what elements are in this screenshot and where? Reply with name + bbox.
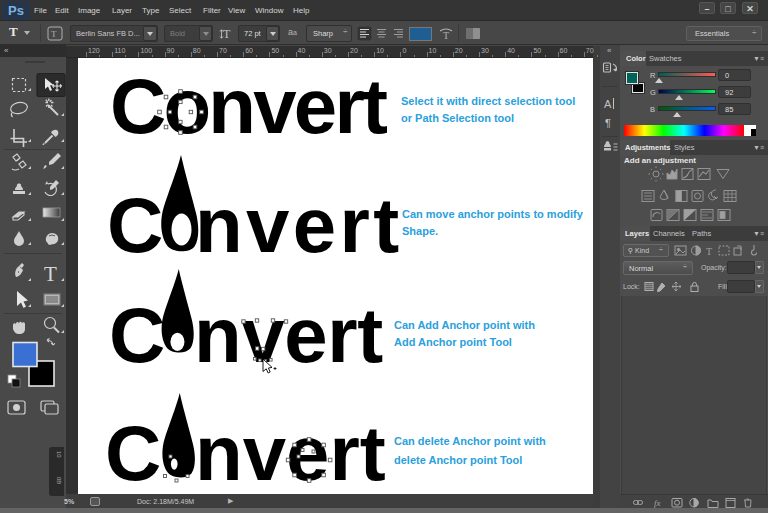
- svg-text:¶: ¶: [605, 117, 611, 129]
- svg-text:T: T: [706, 246, 712, 257]
- svg-text:A: A: [604, 98, 612, 110]
- svg-text:fx: fx: [654, 498, 661, 508]
